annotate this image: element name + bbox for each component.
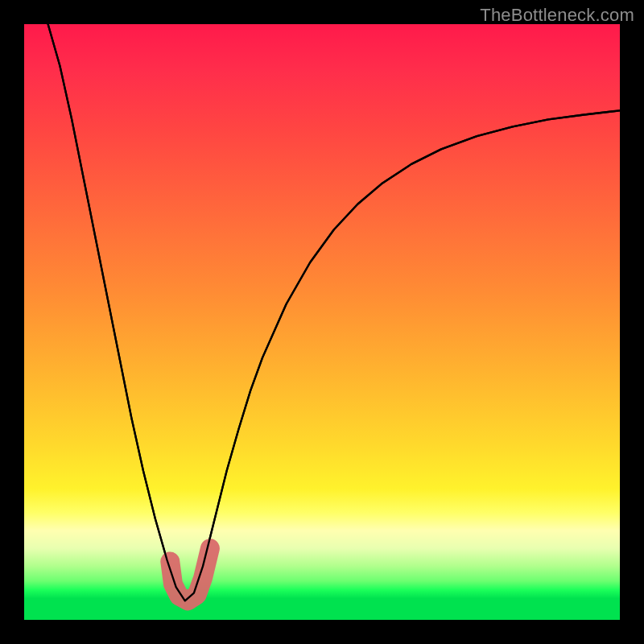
highlight-band-line	[170, 548, 210, 601]
chart-frame: TheBottleneck.com	[0, 0, 644, 644]
bottleneck-curve-overlay	[48, 24, 620, 601]
plot-svg	[24, 24, 620, 620]
curve-group	[48, 24, 620, 601]
bottleneck-curve-line	[48, 24, 620, 601]
highlight-group	[48, 24, 620, 601]
plot-area	[24, 24, 620, 620]
watermark-text: TheBottleneck.com	[480, 5, 634, 26]
